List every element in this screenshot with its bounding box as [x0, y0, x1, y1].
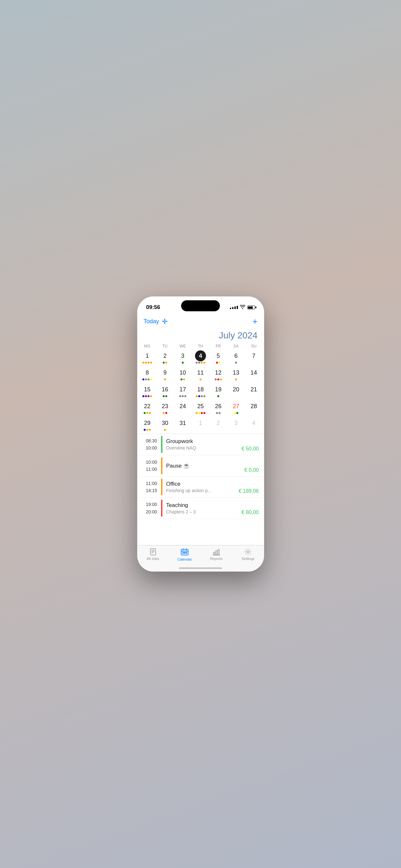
calendar-day[interactable]: 10	[174, 367, 192, 383]
calendar-day[interactable]: 2	[156, 350, 174, 367]
calendar-day[interactable]: 25	[192, 400, 210, 417]
weekday-fr: FR	[210, 343, 227, 349]
calendar-day[interactable]: 26	[210, 400, 227, 417]
day-number: 28	[248, 401, 259, 412]
day-number: 11	[195, 367, 206, 378]
day-number: 4	[248, 417, 259, 429]
calendar-day[interactable]: 3	[227, 417, 245, 434]
calendar-day[interactable]: 16	[156, 383, 174, 400]
calendar-day[interactable]: 5	[210, 350, 227, 367]
calendar-day[interactable]: 2	[210, 417, 227, 434]
dot	[143, 395, 144, 397]
main-scroll[interactable]: July 2024 MO TU WE TH FR SA SU 123456789…	[137, 329, 264, 544]
day-number: 24	[177, 401, 188, 412]
calendar-day[interactable]: 18	[192, 383, 210, 400]
calendar-day[interactable]: 1	[138, 350, 156, 367]
calendar-day[interactable]: 4	[245, 417, 263, 434]
calendar-day[interactable]: 22	[138, 400, 156, 417]
day-dots	[163, 362, 167, 364]
event-item[interactable]: 11:0014:15OfficeFinishing up action p...…	[137, 476, 264, 498]
calendar-day[interactable]: 23	[156, 400, 174, 417]
calendar-day[interactable]: 21	[245, 383, 263, 400]
calendar-day[interactable]: 11	[192, 367, 210, 383]
calendar-day[interactable]: 15	[138, 383, 156, 400]
calendar-section: July 2024 MO TU WE TH FR SA SU 123456789…	[137, 329, 264, 434]
calendar-day[interactable]: 28	[245, 400, 263, 417]
calendar-day[interactable]: 19	[210, 383, 227, 400]
dot	[150, 362, 152, 364]
calendar-day[interactable]: 8	[138, 367, 156, 383]
event-subtitle: Overview NAQ	[166, 445, 239, 451]
event-start-time: 11:00	[146, 480, 157, 487]
dot	[164, 429, 166, 431]
day-number: 8	[142, 367, 153, 378]
day-dots	[196, 362, 205, 364]
event-title: Office	[166, 481, 236, 487]
day-number: 19	[213, 384, 224, 395]
day-number: 12	[213, 367, 224, 378]
svg-rect-11	[186, 552, 187, 554]
event-start-time: 19:00	[146, 501, 157, 508]
all-jobs-icon	[149, 548, 157, 556]
event-item[interactable]: 19:0020:00TeachingChapters 2 – 3€ 80,00	[137, 498, 264, 519]
calendar-day[interactable]: 24	[174, 400, 192, 417]
dot	[235, 378, 237, 380]
calendar-day[interactable]: 4	[192, 350, 210, 367]
day-dots	[217, 395, 219, 397]
event-amount: € 189,06	[239, 476, 264, 498]
event-content: OfficeFinishing up action p...	[164, 476, 239, 498]
event-amount: € 0,00	[244, 455, 264, 476]
event-item[interactable]: 10:0011:00Pause ☕€ 0,00	[137, 455, 264, 476]
calendar-day[interactable]: 20	[227, 383, 245, 400]
day-number: 14	[248, 367, 259, 378]
dot	[217, 378, 219, 380]
weekday-tu: TU	[156, 343, 174, 349]
calendar-day[interactable]: 12	[210, 367, 227, 383]
dot	[179, 395, 181, 397]
event-times: 19:0020:00	[137, 498, 160, 519]
weekdays-row: MO TU WE TH FR SA SU	[138, 343, 263, 349]
dot	[148, 378, 150, 380]
calendar-day[interactable]: 9	[156, 367, 174, 383]
dot	[143, 378, 144, 380]
month-title: July 2024	[138, 329, 263, 343]
calendar-day[interactable]: 27	[227, 400, 245, 417]
day-dots	[143, 395, 152, 397]
calendar-day[interactable]: 7	[245, 350, 263, 367]
weekday-su: SU	[245, 343, 263, 349]
calendar-day[interactable]: 14	[245, 367, 263, 383]
day-dots	[164, 378, 166, 380]
calendar-day[interactable]: 6	[227, 350, 245, 367]
tab-calendar[interactable]: Calendar	[169, 548, 201, 561]
calendar-day[interactable]: 1	[192, 417, 210, 434]
day-dots	[163, 395, 167, 397]
dot	[236, 412, 238, 414]
dot	[181, 378, 182, 380]
tab-reports[interactable]: Reports	[201, 548, 232, 561]
calendar-day[interactable]: 31	[174, 417, 192, 434]
dot	[145, 362, 147, 364]
event-color-bar	[161, 457, 162, 474]
calendar-day[interactable]: 30	[156, 417, 174, 434]
calendar-day[interactable]: 3	[174, 350, 192, 367]
day-dots	[234, 412, 238, 414]
event-item[interactable]: 08:3010:00GroupworkOverview NAQ€ 50,00	[137, 434, 264, 455]
event-start-time: 10:00	[146, 459, 157, 466]
today-button[interactable]: Today	[144, 318, 159, 325]
tab-reports-label: Reports	[210, 557, 223, 561]
cross-add-icon[interactable]: ✛	[162, 317, 167, 326]
day-dots	[235, 378, 237, 380]
event-color-bar	[161, 478, 162, 496]
calendar-day[interactable]: 29	[138, 417, 156, 434]
tab-all-jobs[interactable]: All Jobs	[137, 548, 169, 561]
calendar-day[interactable]: 17	[174, 383, 192, 400]
tab-settings[interactable]: Settings	[232, 548, 264, 561]
event-color-bar	[161, 500, 162, 517]
day-dots	[164, 429, 166, 431]
dot	[143, 362, 144, 364]
add-button[interactable]: +	[252, 316, 257, 327]
calendar-day[interactable]: 13	[227, 367, 245, 383]
calendar-icon	[181, 548, 189, 556]
svg-rect-10	[184, 552, 185, 554]
day-number: 1	[195, 417, 206, 429]
